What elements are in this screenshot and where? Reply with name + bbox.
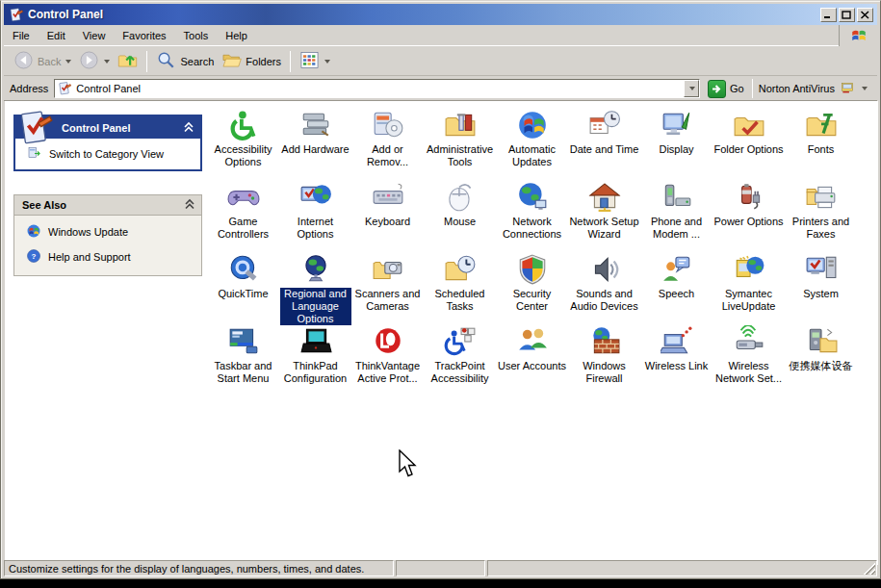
forward-dropdown-icon[interactable] bbox=[104, 60, 110, 64]
sidebar-item-label: Windows Update bbox=[48, 226, 128, 238]
go-button[interactable] bbox=[708, 80, 726, 98]
control-panel-item-folder-options[interactable]: Folder Options bbox=[713, 106, 785, 178]
forward-button[interactable] bbox=[75, 49, 114, 74]
control-panel-item-power-options[interactable]: Power Options bbox=[713, 178, 785, 250]
item-label: System bbox=[803, 288, 839, 300]
menu-bar: FileEditViewFavoritesToolsHelp bbox=[4, 25, 877, 46]
views-icon bbox=[299, 50, 320, 72]
collapse-chevron-icon[interactable] bbox=[183, 121, 194, 135]
windows-logo bbox=[839, 25, 877, 46]
control-panel-item-speech[interactable]: Speech bbox=[640, 250, 713, 322]
control-panel-item-network-setup-wizard[interactable]: Network Setup Wizard bbox=[568, 178, 640, 250]
back-dropdown-icon[interactable] bbox=[65, 60, 71, 64]
item-label: Fonts bbox=[808, 143, 835, 156]
sidebar-see-also-header[interactable]: See Also bbox=[14, 195, 201, 216]
control-panel-item-taskbar-start-menu[interactable]: Taskbar and Start Menu bbox=[207, 322, 279, 395]
up-button[interactable] bbox=[114, 49, 142, 74]
control-panel-item-thinkvantage-protection[interactable]: ThinkVantage Active Prot... bbox=[351, 322, 424, 395]
item-label: Add or Remov... bbox=[352, 143, 424, 168]
status-field bbox=[396, 560, 485, 576]
sidebar-item-windows-update[interactable]: Windows Update bbox=[14, 219, 201, 244]
control-panel-item-wireless-link[interactable]: Wireless Link bbox=[640, 322, 713, 395]
item-label: Network Setup Wizard bbox=[569, 216, 640, 241]
control-panel-item-thinkpad-configuration[interactable]: ThinkPad Configuration bbox=[279, 322, 351, 395]
search-button[interactable]: Search bbox=[152, 49, 218, 74]
sidebar-item-help-and-support[interactable]: ?Help and Support bbox=[14, 244, 201, 269]
resize-grip[interactable] bbox=[864, 563, 875, 575]
views-button[interactable] bbox=[296, 49, 334, 74]
address-dropdown-button[interactable] bbox=[684, 80, 699, 97]
collapse-chevron-icon[interactable] bbox=[184, 198, 195, 212]
close-button[interactable] bbox=[857, 8, 873, 22]
control-panel-item-phone-modem[interactable]: Phone and Modem ... bbox=[640, 178, 713, 250]
item-label: Accessibility Options bbox=[208, 143, 279, 168]
item-label: Windows Firewall bbox=[569, 360, 640, 385]
item-label: ThinkPad Configuration bbox=[280, 360, 351, 385]
control-panel-item-add-hardware[interactable]: Add Hardware bbox=[279, 106, 351, 178]
item-label: ThinkVantage Active Prot... bbox=[352, 360, 424, 385]
help-icon: ? bbox=[26, 248, 41, 266]
control-panel-item-game-controllers[interactable]: Game Controllers bbox=[207, 178, 279, 250]
control-panel-item-trackpoint-accessibility[interactable]: TrackPoint Accessibility bbox=[424, 322, 496, 395]
control-panel-item-wireless-network-setup[interactable]: Wireless Network Set... bbox=[713, 322, 785, 395]
control-panel-item-system[interactable]: System bbox=[785, 250, 857, 322]
control-panel-item-quicktime[interactable]: QuickTime bbox=[207, 250, 279, 322]
control-panel-item-fonts[interactable]: Fonts bbox=[785, 106, 857, 178]
control-panel-item-mouse[interactable]: Mouse bbox=[424, 178, 496, 250]
control-panel-item-sounds-audio[interactable]: Sounds and Audio Devices bbox=[568, 250, 640, 322]
title-bar[interactable]: Control Panel bbox=[4, 4, 877, 25]
forward-arrow-icon bbox=[79, 50, 99, 72]
search-icon bbox=[156, 50, 176, 72]
folder-options-icon bbox=[733, 109, 765, 141]
control-panel-item-administrative-tools[interactable]: Administrative Tools bbox=[424, 106, 496, 178]
scanners-cameras-icon bbox=[372, 253, 404, 286]
maximize-button[interactable] bbox=[839, 8, 855, 22]
control-panel-item-date-and-time[interactable]: Date and Time bbox=[568, 106, 640, 178]
portable-media-devices-icon bbox=[805, 325, 838, 358]
item-label: Taskbar and Start Menu bbox=[208, 360, 279, 385]
thinkvantage-protection-icon bbox=[372, 325, 404, 358]
control-panel-item-automatic-updates[interactable]: Automatic Updates bbox=[496, 106, 568, 178]
menu-file[interactable]: File bbox=[4, 27, 39, 44]
norton-dropdown-icon[interactable] bbox=[862, 87, 868, 90]
control-panel-item-display[interactable]: Display bbox=[640, 106, 713, 178]
security-center-icon bbox=[516, 253, 549, 286]
back-button[interactable]: Back bbox=[10, 49, 75, 74]
control-panel-item-accessibility-options[interactable]: Accessibility Options bbox=[207, 106, 279, 178]
control-panel-item-security-center[interactable]: Security Center bbox=[496, 250, 568, 322]
control-panel-item-regional-language[interactable]: Regional and Language Options bbox=[279, 250, 351, 322]
item-label: Phone and Modem ... bbox=[641, 216, 713, 241]
control-panel-item-user-accounts[interactable]: User Accounts bbox=[496, 322, 568, 395]
sidebar-control-panel-header[interactable]: Control Panel bbox=[15, 116, 200, 139]
back-arrow-icon bbox=[13, 50, 34, 72]
item-label: Speech bbox=[659, 288, 694, 300]
control-panel-item-network-connections[interactable]: Network Connections bbox=[496, 178, 568, 250]
scheduled-tasks-icon bbox=[444, 253, 477, 286]
item-label: Mouse bbox=[444, 216, 476, 228]
control-panel-item-keyboard[interactable]: Keyboard bbox=[351, 178, 424, 250]
menu-help[interactable]: Help bbox=[217, 27, 256, 44]
toolbar-separator bbox=[290, 51, 291, 72]
menu-edit[interactable]: Edit bbox=[39, 27, 74, 44]
folders-button[interactable]: Folders bbox=[218, 49, 285, 74]
item-label: Network Connections bbox=[497, 216, 568, 241]
control-panel-item-scanners-cameras[interactable]: Scanners and Cameras bbox=[351, 250, 424, 322]
control-panel-item-symantec-liveupdate[interactable]: Symantec LiveUpdate bbox=[713, 250, 785, 322]
control-panel-item-add-remove-programs[interactable]: Add or Remov... bbox=[351, 106, 424, 178]
item-label: Folder Options bbox=[713, 143, 783, 156]
system-icon bbox=[805, 253, 838, 286]
views-dropdown-icon[interactable] bbox=[324, 60, 330, 64]
control-panel-item-printers-faxes[interactable]: Printers and Faxes bbox=[785, 178, 857, 250]
menu-view[interactable]: View bbox=[74, 27, 115, 44]
control-panel-item-portable-media-devices[interactable]: 便携媒体设备 bbox=[785, 322, 857, 395]
address-value: Control Panel bbox=[76, 83, 141, 94]
norton-antivirus-menu[interactable]: Norton AntiVirus bbox=[753, 81, 873, 97]
menu-tools[interactable]: Tools bbox=[175, 27, 218, 44]
minimize-button[interactable] bbox=[820, 8, 837, 22]
control-panel-item-scheduled-tasks[interactable]: Scheduled Tasks bbox=[424, 250, 496, 322]
menu-favorites[interactable]: Favorites bbox=[114, 27, 174, 44]
address-input[interactable]: Control Panel bbox=[54, 79, 700, 98]
svg-text:?: ? bbox=[32, 252, 37, 261]
control-panel-item-internet-options[interactable]: Internet Options bbox=[279, 178, 351, 250]
control-panel-item-windows-firewall[interactable]: Windows Firewall bbox=[568, 322, 640, 395]
